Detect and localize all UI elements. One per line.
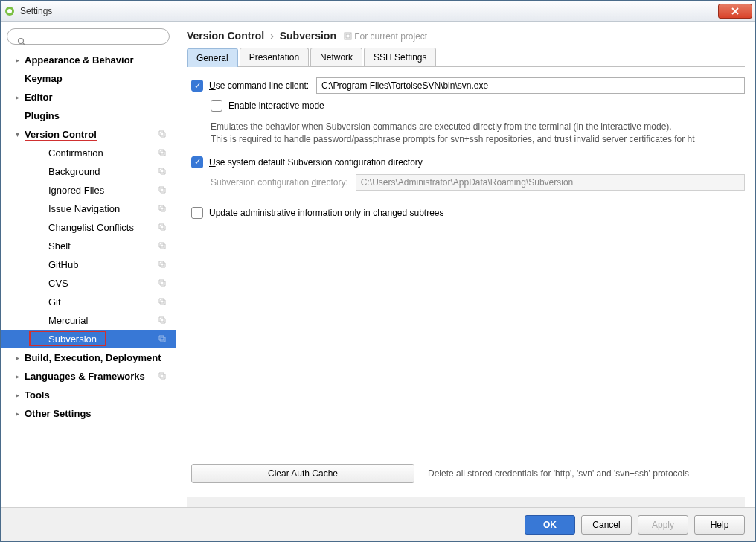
sidebar: ▸Appearance & BehaviorKeymap▸EditorPlugi… bbox=[1, 22, 176, 507]
breadcrumb-current: Subversion bbox=[280, 30, 336, 42]
tree-item-changelist-conflicts[interactable]: Changelist Conflicts bbox=[1, 218, 176, 237]
tree-item-label: Subversion bbox=[48, 334, 158, 345]
use-default-dir-label: Use system default Subversion configurat… bbox=[209, 157, 423, 168]
app-icon bbox=[4, 5, 16, 17]
use-default-dir-checkbox[interactable]: ✓ bbox=[191, 156, 203, 168]
tree-arrow-icon: ▸ bbox=[16, 56, 25, 64]
project-scope-icon bbox=[158, 204, 168, 214]
tree-item-subversion[interactable]: Subversion bbox=[1, 330, 176, 348]
clear-auth-hint: Delete all stored credentials for 'http'… bbox=[428, 468, 689, 479]
tree-arrow-icon: ▸ bbox=[16, 391, 25, 399]
tree-item-label: Mercurial bbox=[48, 315, 158, 326]
clear-auth-cache-button[interactable]: Clear Auth Cache bbox=[191, 464, 414, 483]
config-dir-input bbox=[356, 174, 745, 191]
tree-item-label: Build, Execution, Deployment bbox=[25, 352, 176, 363]
use-cli-checkbox[interactable]: ✓ bbox=[191, 80, 203, 92]
ok-button[interactable]: OK bbox=[525, 515, 575, 535]
tree-item-editor[interactable]: ▸Editor bbox=[1, 88, 176, 106]
svg-rect-5 bbox=[346, 34, 350, 38]
tree-item-build-execution-deployment[interactable]: ▸Build, Execution, Deployment bbox=[1, 348, 176, 367]
tree-arrow-icon: ▸ bbox=[16, 372, 25, 380]
tree-item-languages-frameworks[interactable]: ▸Languages & Frameworks bbox=[1, 367, 176, 386]
update-admin-checkbox[interactable] bbox=[191, 207, 203, 219]
tree-item-github[interactable]: GitHub bbox=[1, 255, 176, 274]
tree-arrow-icon: ▸ bbox=[16, 409, 25, 418]
tree-item-version-control[interactable]: ▾Version Control bbox=[1, 125, 176, 144]
tab-general[interactable]: General bbox=[187, 48, 238, 67]
titlebar: Settings bbox=[1, 1, 755, 22]
tree-item-label: Ignored Files bbox=[48, 185, 158, 196]
project-scope-icon bbox=[158, 316, 168, 326]
project-scope-icon bbox=[158, 334, 168, 345]
tab-network[interactable]: Network bbox=[310, 48, 362, 66]
project-scope-hint: For current project bbox=[344, 31, 427, 42]
settings-tree: ▸Appearance & BehaviorKeymap▸EditorPlugi… bbox=[1, 51, 176, 507]
project-scope-icon bbox=[158, 223, 168, 233]
general-panel: ✓ Use command line client: Enable intera… bbox=[176, 67, 755, 497]
window-title: Settings bbox=[20, 6, 52, 16]
tree-item-other-settings[interactable]: ▸Other Settings bbox=[1, 404, 176, 423]
tree-item-label: CVS bbox=[48, 278, 158, 289]
project-scope-icon bbox=[158, 260, 168, 270]
tree-item-label: GitHub bbox=[48, 259, 158, 270]
tree-item-tools[interactable]: ▸Tools bbox=[1, 386, 176, 404]
cancel-button[interactable]: Cancel bbox=[581, 515, 632, 535]
enable-interactive-checkbox[interactable] bbox=[211, 100, 222, 112]
search-input[interactable] bbox=[7, 28, 170, 45]
tree-item-label: Git bbox=[48, 296, 158, 307]
tree-item-label: Plugins bbox=[25, 110, 176, 121]
tree-item-confirmation[interactable]: Confirmation bbox=[1, 144, 176, 162]
tree-item-label: Issue Navigation bbox=[48, 203, 158, 214]
tree-item-git[interactable]: Git bbox=[1, 293, 176, 311]
enable-interactive-label: Enable interactive mode bbox=[228, 101, 324, 111]
apply-button: Apply bbox=[638, 515, 688, 535]
tree-item-label: Keymap bbox=[25, 73, 176, 84]
tree-item-background[interactable]: Background bbox=[1, 162, 176, 181]
tree-item-shelf[interactable]: Shelf bbox=[1, 237, 176, 255]
update-admin-label: Update administrative information only i… bbox=[209, 208, 444, 218]
project-scope-icon bbox=[158, 278, 168, 289]
breadcrumb-root[interactable]: Version Control bbox=[187, 30, 264, 42]
tree-arrow-icon: ▸ bbox=[16, 354, 25, 362]
tab-presentation[interactable]: Presentation bbox=[240, 48, 309, 66]
svg-point-1 bbox=[7, 9, 12, 13]
tree-item-plugins[interactable]: Plugins bbox=[1, 106, 176, 125]
close-button[interactable] bbox=[718, 4, 752, 19]
config-dir-label: Subversion configuration directory: bbox=[211, 177, 348, 188]
tree-arrow-icon: ▸ bbox=[16, 93, 25, 101]
tree-item-keymap[interactable]: Keymap bbox=[1, 69, 176, 88]
tab-bar: GeneralPresentationNetworkSSH Settings bbox=[187, 48, 745, 67]
tree-item-label: Editor bbox=[25, 92, 176, 103]
use-cli-label: Use command line client: bbox=[209, 80, 309, 91]
help-button[interactable]: Help bbox=[694, 515, 745, 535]
tree-item-issue-navigation[interactable]: Issue Navigation bbox=[1, 200, 176, 218]
main-panel: Version Control › Subversion For current… bbox=[176, 22, 755, 507]
tree-item-label: Languages & Frameworks bbox=[25, 371, 158, 382]
tab-ssh-settings[interactable]: SSH Settings bbox=[364, 48, 436, 66]
project-scope-icon bbox=[158, 185, 168, 196]
tree-item-label: Confirmation bbox=[48, 147, 158, 159]
tree-item-ignored-files[interactable]: Ignored Files bbox=[1, 181, 176, 200]
project-scope-icon bbox=[158, 297, 168, 307]
project-scope-icon bbox=[158, 241, 168, 252]
tree-item-label: Other Settings bbox=[25, 408, 176, 419]
tree-item-appearance-behavior[interactable]: ▸Appearance & Behavior bbox=[1, 51, 176, 69]
tree-item-label: Tools bbox=[25, 389, 176, 401]
project-scope-icon bbox=[158, 372, 168, 382]
tree-item-label: Changelist Conflicts bbox=[48, 222, 158, 233]
interactive-description: Emulates the behavior when Subversion co… bbox=[211, 121, 745, 146]
horizontal-scrollbar[interactable] bbox=[187, 497, 745, 507]
project-scope-icon bbox=[158, 167, 168, 177]
tree-item-label: Version Control bbox=[25, 129, 158, 140]
tree-item-mercurial[interactable]: Mercurial bbox=[1, 311, 176, 330]
project-scope-icon bbox=[158, 130, 168, 140]
svg-rect-4 bbox=[345, 33, 351, 39]
dialog-footer: OK Cancel Apply Help bbox=[1, 507, 755, 541]
tree-item-label: Background bbox=[48, 166, 158, 177]
tree-item-label: Shelf bbox=[48, 240, 158, 252]
breadcrumb: Version Control › Subversion For current… bbox=[176, 22, 755, 48]
cli-path-input[interactable] bbox=[316, 77, 745, 94]
tree-item-cvs[interactable]: CVS bbox=[1, 274, 176, 293]
tree-item-label: Appearance & Behavior bbox=[25, 54, 176, 66]
tree-arrow-icon: ▾ bbox=[16, 130, 25, 138]
